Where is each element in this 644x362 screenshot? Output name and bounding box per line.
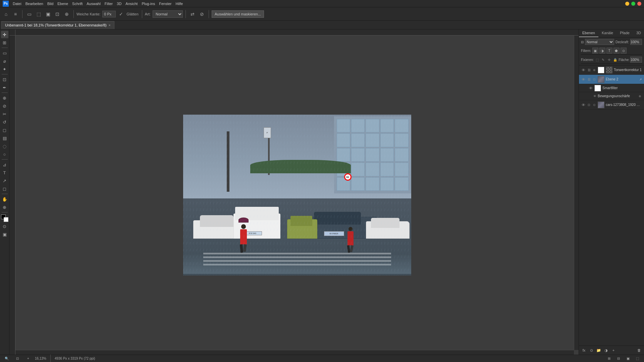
filter-pixel-btn[interactable]: ▣ [592,48,598,54]
filter-text-btn[interactable]: T [606,48,612,54]
zoom-tool[interactable]: ⊕ [1,203,8,211]
document-tab[interactable]: Unbenannt-1 bei 18,1% (Tonwertkorrektur … [1,21,114,29]
option-icon[interactable]: ⊘ [198,10,206,18]
layer-ebene2[interactable]: 👁 ⛓ ⊡ Ebene 2 ↗ [579,75,644,84]
layer-eye-smart[interactable]: 👁 [588,86,593,90]
layer-smartfilter[interactable]: 👁 Smartfilter [579,84,644,92]
menu-fenster[interactable]: Fenster [159,2,171,6]
artboard-tool[interactable]: ⊞ [1,39,8,46]
lock-transparent-icon[interactable]: ⬚ [595,57,600,62]
clone-stamp[interactable]: ✂ [1,110,8,118]
shape-tool[interactable]: ◻ [1,185,8,192]
path-select[interactable]: ↗ [1,177,8,184]
add-mask-icon[interactable]: ⊙ [588,347,594,353]
layer-eye-2[interactable]: 👁 [581,77,586,82]
horizontal-scrollbar[interactable] [15,350,574,355]
tab-pfade[interactable]: Pfade [616,29,633,37]
history-brush[interactable]: ↺ [1,118,8,126]
menu-filter[interactable]: Filter [105,2,113,6]
fullscreen-icon[interactable]: ⬚ [633,355,641,362]
quick-select-tool[interactable]: ✦ [1,65,8,73]
blend-mode-select[interactable]: Normal [585,39,614,45]
fit-icon[interactable]: ⊡ [13,355,21,362]
filter-shape-btn[interactable]: ⬟ [613,48,620,54]
crop-tool[interactable]: ⊡ [1,76,8,83]
zoom-out-icon[interactable]: 🔍 [3,355,11,362]
canvas-area[interactable]: P [9,29,579,355]
menu-bild[interactable]: Bild [47,2,53,6]
maximize-button[interactable] [631,2,635,6]
soft-edge-input[interactable] [102,11,116,17]
workspace-icon[interactable]: ⊟ [614,355,623,362]
tool-options-icon[interactable]: ≡ [11,10,19,18]
minimize-button[interactable] [625,2,629,6]
zoom-in-icon[interactable]: + [24,355,32,362]
tab-ebenen[interactable]: Ebenen [579,29,598,37]
home-icon[interactable]: ⌂ [2,10,10,18]
menu-ebene[interactable]: Ebene [57,2,68,6]
healing-brush[interactable]: ⊕ [1,94,8,102]
layer-link-2[interactable]: ⛓ [587,77,591,81]
tool-3-icon[interactable]: ▣ [44,10,52,18]
menu-ansicht[interactable]: Ansicht [125,2,138,6]
arrange-icon[interactable]: ⊞ [605,355,613,362]
text-tool[interactable]: T [1,169,8,176]
layer-eye-cars[interactable]: 👁 [581,103,586,107]
filter-smart-btn[interactable]: ⊙ [621,48,627,54]
background-color[interactable] [4,217,8,222]
quick-mask[interactable]: ⊙ [1,223,8,230]
eraser-tool[interactable]: ◻ [1,126,8,134]
add-style-icon[interactable]: fx [581,347,587,353]
menu-hilfe[interactable]: Hilfe [175,2,183,6]
menu-bearbeiten[interactable]: Bearbeiten [25,2,43,6]
vertical-scrollbar[interactable] [574,36,579,350]
new-layer-icon[interactable]: + [610,347,616,353]
layer-bewegung[interactable]: 👁 Bewegungsunschärfe ⊕ [579,92,644,100]
glatten-icon[interactable]: ✓ [117,10,125,18]
opacity-input[interactable] [630,39,642,45]
lasso-tool[interactable]: ⌀ [1,57,8,65]
layer-tonwert[interactable]: 👁 ⛓ ⊕ Tonwertkorrektur 1 [579,65,644,75]
tool-5-icon[interactable]: ⊕ [63,10,71,18]
lock-position-icon[interactable]: ✛ [607,57,612,62]
delete-layer-icon[interactable]: 🗑 [636,347,642,353]
layer-cars-kopie[interactable]: 👁 ⊡ ⊙ cars-1273808_1920 Kopie [579,100,644,110]
art-select[interactable]: Normal [153,10,183,18]
eyedropper-tool[interactable]: ✒ [1,84,8,91]
marquee-tool[interactable]: ▭ [1,49,8,57]
blur-tool[interactable]: ◌ [1,142,8,150]
layer-edit-bewegung[interactable]: ⊕ [638,94,642,98]
lock-all-icon[interactable]: 🔒 [612,57,618,62]
brush-tool[interactable]: ⊘ [1,102,8,110]
fill-input[interactable] [630,57,642,63]
dodge-tool[interactable]: ○ [1,150,8,158]
lock-pixels-icon[interactable]: ✎ [601,57,606,62]
screen-mode[interactable]: ▣ [1,231,8,238]
gradient-tool[interactable]: ▤ [1,134,8,142]
menu-plugins[interactable]: Plug-ins [142,2,155,6]
rect-marquee-icon[interactable]: ▭ [25,10,33,18]
select-mask-button[interactable]: Auswählen und maskieren... [212,10,264,18]
swap-icon[interactable]: ⇄ [189,10,197,18]
menu-schrift[interactable]: Schrift [72,2,83,6]
new-group-icon[interactable]: 📁 [596,347,602,353]
pen-tool[interactable]: ⊿ [1,161,8,168]
layer-link-1[interactable]: ⛓ [587,68,591,72]
hand-tool[interactable]: ✋ [1,195,8,203]
move-tool[interactable]: ✛ [1,31,8,38]
close-button[interactable] [637,2,641,6]
tab-3d[interactable]: 3D [633,29,644,37]
tool-2-icon[interactable]: ⬚ [35,10,43,18]
menu-3d[interactable]: 3D [117,2,121,6]
tool-4-icon[interactable]: ⊡ [53,10,61,18]
filter-adj-btn[interactable]: ◑ [599,48,605,54]
tab-kanaele[interactable]: Kanäle [598,29,616,37]
menu-datei[interactable]: Datei [13,2,21,6]
fg-bg-colors[interactable] [1,215,8,222]
tab-close-icon[interactable]: × [109,23,111,27]
new-adjustment-icon[interactable]: ◑ [603,347,609,353]
layer-eye-bewegung[interactable]: 👁 [593,95,596,98]
menu-auswahl[interactable]: Auswahl [87,2,101,6]
layer-eye-1[interactable]: 👁 [581,68,586,72]
canvas-image[interactable]: P [15,36,579,355]
